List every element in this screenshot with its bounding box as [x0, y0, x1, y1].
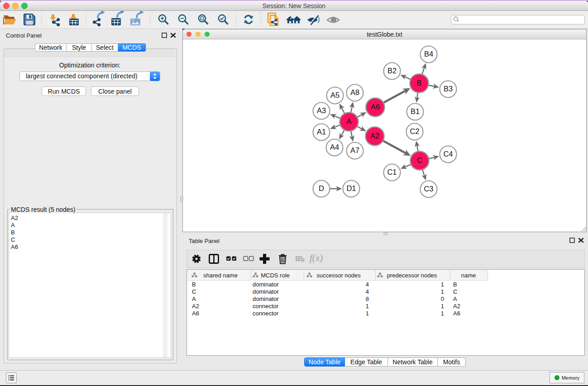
svg-text:D1: D1 — [346, 184, 356, 192]
svg-text:A8: A8 — [350, 88, 359, 96]
svg-text:B2: B2 — [387, 67, 397, 75]
svg-text:B: B — [416, 79, 421, 87]
svg-text:A3: A3 — [317, 106, 326, 114]
svg-text:A5: A5 — [330, 91, 339, 99]
svg-text:C2: C2 — [410, 127, 419, 135]
svg-text:D: D — [319, 184, 324, 192]
svg-text:A6: A6 — [371, 103, 380, 111]
svg-text:A7: A7 — [350, 146, 359, 154]
svg-text:A1: A1 — [317, 128, 326, 136]
svg-text:B3: B3 — [444, 85, 453, 93]
svg-text:B1: B1 — [411, 107, 420, 115]
svg-text:C3: C3 — [424, 185, 433, 193]
svg-text:A2: A2 — [370, 132, 379, 140]
svg-text:C4: C4 — [443, 150, 453, 158]
svg-text:B4: B4 — [424, 50, 433, 58]
svg-text:C1: C1 — [387, 168, 397, 176]
svg-text:A: A — [346, 117, 351, 125]
svg-text:C: C — [417, 156, 422, 164]
svg-text:A4: A4 — [330, 143, 339, 151]
